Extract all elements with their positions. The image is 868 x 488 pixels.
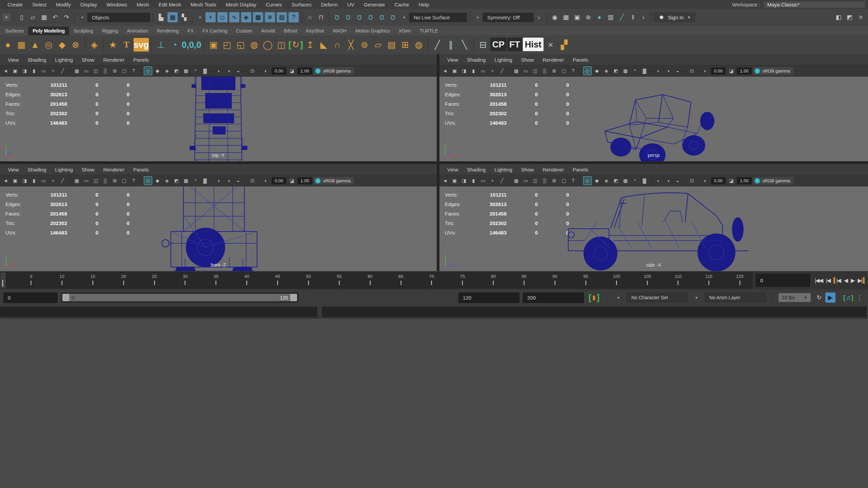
render-view-icon[interactable]: ◉ bbox=[550, 12, 560, 22]
gamma-icon[interactable]: ◪ bbox=[288, 66, 296, 75]
panel-menu-lighting[interactable]: Lighting bbox=[51, 167, 77, 172]
mask-dynamics-icon[interactable]: ※ bbox=[265, 12, 275, 22]
menu-help[interactable]: Help bbox=[414, 1, 434, 8]
field-chart-icon[interactable]: ⊞ bbox=[111, 176, 119, 185]
colorspace-chip[interactable]: sRGB gamma bbox=[314, 67, 354, 75]
colorspace-chip[interactable]: sRGB gamma bbox=[753, 177, 794, 185]
lock-selection-icon[interactable]: ⊓ bbox=[316, 12, 326, 22]
command-line-result[interactable] bbox=[322, 307, 867, 317]
panel-menu-panels[interactable]: Panels bbox=[568, 57, 593, 63]
motion-blur-icon[interactable]: ◑ bbox=[664, 176, 672, 185]
shelf-tab-fx[interactable]: FX bbox=[183, 26, 198, 35]
menu-mesh-tools[interactable]: Mesh Tools bbox=[186, 1, 221, 8]
quad-draw-icon[interactable]: ▱ bbox=[372, 38, 384, 52]
resolution-gate-icon[interactable]: ◫ bbox=[92, 66, 100, 75]
go-to-start-button[interactable]: |◀◀ bbox=[815, 277, 823, 284]
textured-icon[interactable]: ◈ bbox=[602, 176, 611, 185]
multi-component-icon[interactable]: ⊟ bbox=[477, 38, 490, 52]
snap-curve-icon[interactable]: Ω bbox=[343, 12, 353, 22]
use-all-lights-icon[interactable]: * bbox=[191, 176, 200, 185]
image-plane-icon[interactable]: ▭ bbox=[39, 176, 48, 185]
snap-grid-icon[interactable]: Ω bbox=[332, 12, 342, 22]
panel-menu-lighting[interactable]: Lighting bbox=[490, 167, 517, 172]
panel-menu-shading[interactable]: Shading bbox=[23, 167, 51, 172]
grid-icon[interactable]: ▦ bbox=[512, 66, 520, 75]
undo-icon[interactable]: ↶ bbox=[50, 12, 60, 22]
xray-icon[interactable]: ▩ bbox=[182, 66, 190, 75]
command-line-input[interactable] bbox=[0, 307, 317, 317]
wireframe-icon[interactable]: ◇ bbox=[583, 176, 592, 185]
grid-icon[interactable]: ▦ bbox=[512, 176, 520, 185]
playback-loop-icon[interactable]: ↻ bbox=[814, 292, 824, 303]
gate-mask-icon[interactable]: ▒ bbox=[540, 176, 549, 185]
shelf-collapse-icon[interactable]: ▾ bbox=[2, 13, 11, 22]
svg-tool-icon[interactable]: svg bbox=[134, 38, 149, 52]
lock-camera-icon[interactable]: ▣ bbox=[450, 176, 459, 185]
select-hierarchy-icon[interactable]: ▙ bbox=[156, 12, 166, 22]
sphere-project-icon[interactable]: ◍ bbox=[412, 38, 425, 52]
gamma-field[interactable]: 1.00 bbox=[297, 177, 312, 184]
lock-camera-icon[interactable]: ▣ bbox=[450, 66, 459, 75]
menu-modify[interactable]: Modify bbox=[51, 1, 76, 8]
grid-icon[interactable]: ▦ bbox=[73, 66, 81, 75]
ssao-icon[interactable]: ◐ bbox=[654, 176, 663, 185]
bookmark-icon[interactable]: ▮ bbox=[30, 176, 38, 185]
mask-deformations-icon[interactable]: ▩ bbox=[253, 12, 263, 22]
step-back-frame-button[interactable]: |◀ bbox=[826, 277, 830, 284]
save-scene-icon[interactable]: ▦ bbox=[39, 12, 49, 22]
offset-edge-loop-icon[interactable]: ╲ bbox=[458, 38, 471, 52]
resolution-gate-icon[interactable]: ◫ bbox=[92, 176, 100, 185]
panel-menu-panels[interactable]: Panels bbox=[129, 57, 153, 63]
select-camera-icon[interactable]: ◄ bbox=[441, 176, 449, 185]
panel-menu-show[interactable]: Show bbox=[517, 57, 538, 63]
two-d-pan-zoom-icon[interactable]: + bbox=[49, 66, 57, 75]
multi-cut-icon[interactable]: ╳ bbox=[344, 38, 357, 52]
colorspace-chip[interactable]: sRGB gamma bbox=[753, 67, 794, 75]
boolean-icon[interactable]: ◍ bbox=[248, 38, 261, 52]
ssao-icon[interactable]: ◐ bbox=[215, 66, 223, 75]
shelf-tab-bifrost[interactable]: Bifrost bbox=[279, 26, 302, 35]
grease-pencil-icon[interactable]: ╱ bbox=[498, 176, 506, 185]
shelf-tab-turtle[interactable]: TURTLE bbox=[415, 26, 442, 35]
separate-icon[interactable]: ◰ bbox=[221, 38, 234, 52]
time-slider-ruler[interactable]: 5101520253035404550556065707580859095100… bbox=[0, 272, 752, 288]
field-chart-icon[interactable]: ⊞ bbox=[550, 66, 558, 75]
image-plane-icon[interactable]: ▭ bbox=[479, 66, 487, 75]
gamma-field[interactable]: 1.00 bbox=[297, 67, 312, 75]
edge-flow-icon[interactable]: ∥ bbox=[445, 38, 457, 52]
panel-menu-panels[interactable]: Panels bbox=[568, 167, 593, 172]
xray-icon[interactable]: ▩ bbox=[621, 176, 630, 185]
grid-icon[interactable]: ▦ bbox=[73, 176, 81, 185]
colorspace-chip[interactable]: sRGB gamma bbox=[314, 177, 354, 185]
xray-icon[interactable]: ▩ bbox=[182, 176, 190, 185]
shelf-tab-keyshot[interactable]: KeyShot bbox=[302, 26, 329, 35]
viewport-persp-canvas[interactable]: Verts:10121100Edges:30261300Faces:201458… bbox=[439, 77, 868, 161]
channel-box-icon[interactable]: ≡ bbox=[856, 12, 866, 22]
smooth-shade-icon[interactable]: ◆ bbox=[153, 176, 162, 185]
circularize-icon[interactable]: ⊚ bbox=[358, 38, 371, 52]
render-current-frame-icon[interactable]: ▦ bbox=[561, 12, 571, 22]
bookmark-icon[interactable]: ▮ bbox=[469, 176, 478, 185]
character-set-caret-icon[interactable]: ▾ bbox=[613, 292, 624, 303]
gamma-icon[interactable]: ◪ bbox=[288, 176, 296, 185]
shelf-tab-rigging[interactable]: Rigging bbox=[98, 26, 122, 35]
panel-menu-view[interactable]: View bbox=[3, 167, 23, 172]
menu-mesh-display[interactable]: Mesh Display bbox=[221, 1, 261, 8]
anim-preferences-icon[interactable]: ⋮ bbox=[854, 292, 865, 303]
menu-create[interactable]: Create bbox=[3, 1, 27, 8]
grease-pencil-icon[interactable]: ╱ bbox=[58, 176, 67, 185]
camera-attributes-icon[interactable]: ◨ bbox=[460, 176, 468, 185]
menu-curves[interactable]: Curves bbox=[261, 1, 287, 8]
playback-end-field[interactable]: 120 bbox=[458, 292, 519, 303]
field-chart-icon[interactable]: ⊞ bbox=[550, 176, 558, 185]
exposure-icon[interactable]: ◐ bbox=[701, 176, 710, 185]
motion-blur-icon[interactable]: ◑ bbox=[664, 66, 672, 75]
shadows-icon[interactable]: ▓ bbox=[640, 66, 649, 75]
render-collapse-icon[interactable]: › bbox=[638, 12, 648, 22]
safe-action-icon[interactable]: ▢ bbox=[559, 66, 568, 75]
menu-select[interactable]: Select bbox=[27, 1, 51, 8]
snap-projected-center-icon[interactable]: Ω bbox=[366, 12, 376, 22]
safe-title-icon[interactable]: T bbox=[130, 176, 138, 185]
mask-rendering-icon[interactable]: ▨ bbox=[277, 12, 287, 22]
step-forward-key-button[interactable]: ▶| bbox=[858, 277, 865, 284]
